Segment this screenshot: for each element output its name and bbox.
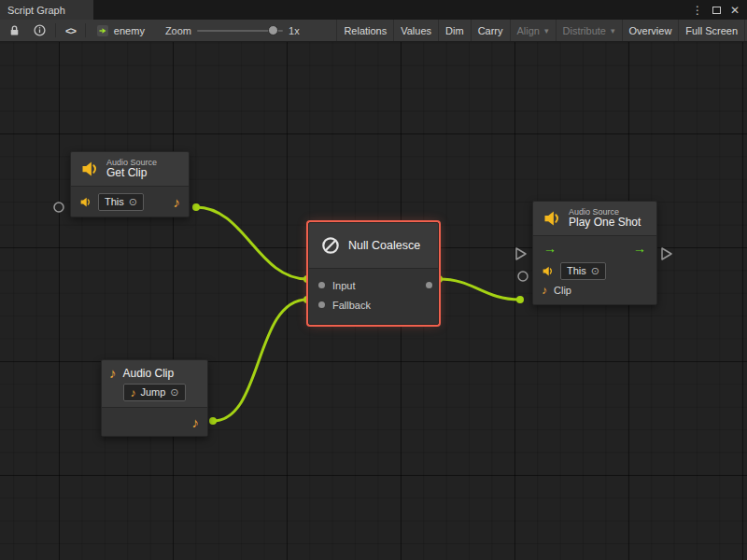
null-coalesce-icon [320, 235, 341, 256]
lock-button[interactable] [2, 20, 27, 41]
target-picker-icon[interactable]: ⊙ [591, 265, 599, 277]
relations-button[interactable]: Relations [336, 20, 393, 41]
align-button: Align ▾ [510, 20, 556, 41]
info-button[interactable] [27, 20, 52, 41]
zoom-label: Zoom [165, 25, 191, 36]
flow-out-arrow-icon[interactable]: → [633, 242, 646, 255]
toolbar-separator [85, 23, 86, 37]
script-graph-icon [96, 24, 109, 37]
target-picker-icon[interactable]: ⊙ [129, 196, 137, 208]
dropdown-value: Jump [140, 386, 165, 399]
graph-name: enemy [114, 25, 145, 36]
node-header: Null Coalesce [309, 223, 438, 268]
values-button[interactable]: Values [393, 20, 438, 41]
tab-bar: Script Graph ⋮ ✕ [0, 0, 747, 20]
flow-input-port[interactable] [516, 248, 526, 259]
target-dropdown[interactable]: This ⊙ [98, 193, 144, 211]
audio-clip-dropdown[interactable]: ♪ Jump ⊙ [123, 384, 185, 401]
value-port-getclip-target[interactable] [54, 203, 63, 212]
node-body: → → This ⊙ ♪ Clip [533, 235, 656, 304]
tab-script-graph[interactable]: Script Graph [0, 0, 93, 20]
node-body: ♪ [102, 407, 207, 436]
maximize-glyph [712, 7, 721, 14]
fullscreen-button[interactable]: Full Screen [678, 20, 745, 41]
graph-canvas[interactable]: Audio Source Get Clip This ⊙ ♪ Null Coal… [0, 42, 747, 560]
info-icon [34, 24, 46, 36]
align-label: Align [517, 25, 540, 36]
music-note-output-port-icon[interactable]: ♪ [192, 415, 200, 429]
close-icon[interactable]: ✕ [728, 4, 741, 17]
flow-output-port[interactable] [662, 248, 671, 259]
wire-audioclip-to-fallback[interactable] [213, 300, 307, 421]
wire-endpoint[interactable] [192, 203, 200, 211]
tab-title: Script Graph [7, 5, 65, 16]
audio-source-icon [543, 209, 561, 228]
overview-button[interactable]: Overview [622, 20, 679, 41]
node-get-clip[interactable]: Audio Source Get Clip This ⊙ ♪ [70, 151, 190, 217]
music-note-icon: ♪ [130, 387, 135, 399]
wire-endpoint[interactable] [209, 417, 217, 425]
window-controls: ⋮ ✕ [691, 0, 747, 20]
graph-toolbar: <> enemy Zoom 1x Relations Values Dim Ca… [0, 20, 747, 42]
flow-in-arrow-icon[interactable]: → [543, 242, 557, 255]
code-view-button[interactable]: <> [59, 20, 82, 41]
node-title: Get Clip [106, 167, 157, 180]
port-label-fallback: Fallback [332, 300, 371, 311]
lock-icon [8, 24, 21, 36]
maximize-icon[interactable] [710, 4, 723, 17]
result-output-port[interactable] [426, 282, 432, 288]
distribute-label: Distribute [563, 25, 606, 36]
chevron-down-icon: ▾ [611, 26, 615, 35]
dropdown-value: This [105, 196, 124, 208]
dropdown-value: This [567, 265, 586, 277]
zoom-slider[interactable] [197, 24, 283, 37]
node-title: Null Coalesce [348, 239, 420, 252]
port-label-input: Input [332, 280, 355, 291]
kebab-menu-icon[interactable]: ⋮ [691, 4, 704, 17]
node-header: Audio Source Get Clip [71, 152, 189, 186]
node-body: Input Fallback [309, 268, 438, 324]
node-null-coalesce[interactable]: Null Coalesce Input Fallback [308, 222, 439, 325]
distribute-button: Distribute ▾ [556, 20, 622, 41]
target-picker-icon[interactable]: ⊙ [170, 386, 178, 399]
node-audio-clip[interactable]: ♪ Audio Clip ♪ Jump ⊙ ♪ [101, 359, 208, 437]
fallback-port[interactable] [318, 301, 325, 308]
audio-source-icon [80, 160, 99, 178]
music-note-icon: ♪ [542, 285, 547, 296]
node-title: Audio Clip [123, 367, 175, 380]
zoom-slider-handle[interactable] [268, 25, 278, 35]
wire-getclip-to-input[interactable] [196, 207, 307, 279]
audio-source-icon [79, 196, 92, 208]
node-play-one-shot[interactable]: Audio Source Play One Shot → → This ⊙ ♪ … [532, 201, 657, 305]
target-dropdown[interactable]: This ⊙ [560, 262, 606, 280]
node-title: Play One Shot [569, 217, 641, 230]
music-note-output-port-icon[interactable]: ♪ [174, 195, 181, 209]
node-body: This ⊙ ♪ [71, 186, 189, 217]
chevron-down-icon: ▾ [544, 26, 549, 35]
input-port[interactable] [318, 282, 325, 288]
value-port-playoneshot-target[interactable] [518, 272, 528, 281]
toolbar-separator [55, 23, 56, 37]
dim-button[interactable]: Dim [438, 20, 471, 41]
node-header: Audio Source Play One Shot [533, 202, 656, 235]
clip-port-label: Clip [554, 285, 571, 296]
zoom-value: 1x [289, 25, 300, 36]
wire-endpoint[interactable] [516, 296, 524, 303]
graph-asset-breadcrumb[interactable]: enemy [89, 24, 152, 37]
wire-nullcoalesce-to-clip[interactable] [439, 279, 520, 300]
node-header: ♪ Audio Clip ♪ Jump ⊙ [102, 360, 207, 407]
carry-button[interactable]: Carry [471, 20, 510, 41]
music-note-icon: ♪ [109, 366, 117, 380]
audio-source-icon [542, 265, 554, 277]
